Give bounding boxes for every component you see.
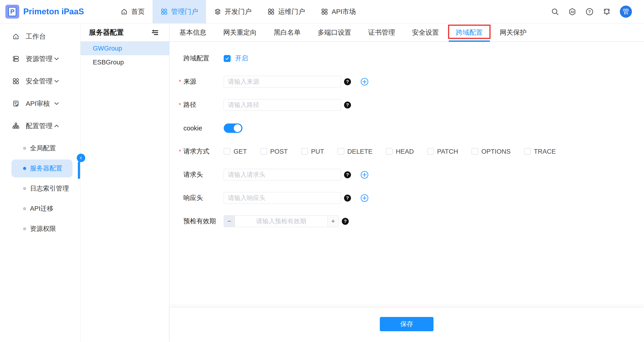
field-label-preflight: 预检有效期: [184, 217, 224, 226]
panel-collapse-icon[interactable]: [151, 29, 159, 36]
nav-item-管理门户[interactable]: 管理门户: [152, 0, 206, 23]
tab-安全设置[interactable]: 安全设置: [406, 24, 445, 42]
origin-input[interactable]: [224, 76, 341, 88]
sidebar-item-安全管理[interactable]: 安全管理: [0, 70, 80, 92]
sidebar-subitem-label: 日志索引管理: [30, 184, 69, 193]
nav-item-label: API市场: [332, 7, 356, 16]
user-avatar[interactable]: 管: [620, 6, 632, 18]
form-row-enable: 跨域配置 开启: [169, 47, 644, 70]
tab-基本信息[interactable]: 基本信息: [174, 24, 212, 42]
method-option-DELETE[interactable]: DELETE: [338, 148, 373, 155]
tab-bar: 基本信息网关重定向黑白名单多端口设置证书管理安全设置跨域配置网关保护: [169, 24, 644, 42]
server-group-list: GWGroupESBGroup: [80, 42, 169, 69]
nav-item-运维门户[interactable]: 运维门户: [260, 0, 313, 23]
sidebar-item-label: 配置管理: [26, 122, 52, 131]
tab-网关保护[interactable]: 网关保护: [494, 24, 532, 42]
help-icon[interactable]: ?: [586, 8, 594, 16]
app-logo-letter: P: [8, 7, 16, 16]
method-option-PATCH[interactable]: PATCH: [427, 148, 458, 155]
home-icon: [120, 8, 128, 15]
response-header-input[interactable]: [224, 192, 341, 204]
sidebar-item-label: 工作台: [26, 32, 46, 41]
ai-icon[interactable]: AI: [568, 8, 576, 16]
server-group-item-ESBGroup[interactable]: ESBGroup: [80, 55, 169, 69]
tab-黑白名单[interactable]: 黑白名单: [268, 24, 306, 42]
sidebar-collapse-bar[interactable]: [78, 162, 80, 179]
svg-text:?: ?: [588, 9, 591, 14]
sidebar-subitem-API迁移[interactable]: API迁移: [12, 200, 72, 218]
bell-icon: [602, 8, 611, 16]
form-row-methods: 请求方式 GETPOSTPUTDELETEHEADPATCHOPTIONSTRA…: [169, 140, 644, 163]
chevron-down-icon: [53, 78, 66, 85]
path-help-icon[interactable]: ?: [344, 102, 351, 108]
search-icon[interactable]: [551, 8, 559, 16]
enable-checkbox-label[interactable]: 开启: [235, 54, 248, 63]
checkbox-unchecked-icon[interactable]: [472, 148, 478, 155]
tab-多端口设置[interactable]: 多端口设置: [312, 24, 357, 42]
checkbox-unchecked-icon[interactable]: [524, 148, 531, 155]
request-header-input[interactable]: [224, 169, 341, 180]
sidebar-item-label: API审核: [26, 99, 50, 108]
response-header-add-button[interactable]: [360, 194, 369, 202]
tab-网关重定向[interactable]: 网关重定向: [218, 24, 262, 42]
main-content: 基本信息网关重定向黑白名单多端口设置证书管理安全设置跨域配置网关保护 跨域配置 …: [169, 24, 644, 342]
request-header-help-icon[interactable]: ?: [344, 171, 351, 178]
sidebar-subitem-label: 资源权限: [30, 224, 56, 233]
origin-add-button[interactable]: [360, 78, 369, 86]
save-button[interactable]: 保存: [380, 317, 434, 331]
top-nav: P Primeton iPaaS 首页管理门户开发门户运维门户API市场 AI?…: [0, 0, 644, 24]
preflight-help-icon[interactable]: ?: [342, 218, 349, 225]
sidebar-subitem-服务器配置[interactable]: 服务器配置: [12, 160, 72, 177]
path-input[interactable]: [224, 99, 341, 111]
bullet-dot-icon: [23, 207, 26, 210]
checkbox-unchecked-icon[interactable]: [338, 148, 344, 155]
sidebar-subitem-label: API迁移: [30, 204, 54, 213]
method-option-PUT[interactable]: PUT: [301, 148, 324, 155]
method-option-OPTIONS[interactable]: OPTIONS: [472, 148, 511, 155]
origin-help-icon[interactable]: ?: [344, 78, 351, 85]
server-group-item-GWGroup[interactable]: GWGroup: [80, 42, 169, 55]
sidebar-subitem-全局配置[interactable]: 全局配置: [12, 139, 72, 157]
method-option-GET[interactable]: GET: [224, 148, 247, 155]
top-right-icons: AI?: [551, 8, 611, 16]
method-option-label: POST: [270, 148, 288, 155]
sidebar-subitem-资源权限[interactable]: 资源权限: [12, 220, 72, 238]
sidebar-item-API审核[interactable]: API审核: [0, 92, 80, 115]
collapse-list-icon: [151, 29, 159, 36]
sidebar-subitem-label: 全局配置: [30, 144, 56, 153]
nav-item-首页[interactable]: 首页: [112, 0, 152, 23]
method-option-POST[interactable]: POST: [260, 148, 288, 155]
chevron-left-icon: [79, 156, 83, 160]
sidebar-item-工作台[interactable]: 工作台: [0, 25, 80, 48]
preflight-input[interactable]: [235, 216, 328, 227]
sidebar-item-配置管理[interactable]: 配置管理: [0, 115, 80, 137]
enable-checkbox[interactable]: [224, 55, 230, 62]
chevron-down-icon: [53, 55, 66, 62]
nav-item-开发门户[interactable]: 开发门户: [206, 0, 260, 23]
bell-icon[interactable]: [602, 8, 611, 16]
request-header-add-button[interactable]: [360, 171, 369, 179]
sidebar-collapse-handle[interactable]: [77, 154, 85, 162]
stepper-increase-button[interactable]: +: [328, 216, 338, 227]
field-label-request-header: 请求头: [184, 170, 224, 179]
field-label-methods: 请求方式: [184, 147, 224, 156]
sidebar: 工作台资源管理安全管理API审核配置管理全局配置服务器配置日志索引管理API迁移…: [0, 24, 80, 342]
field-label-cookie: cookie: [184, 124, 224, 132]
checkbox-unchecked-icon[interactable]: [260, 148, 267, 155]
sidebar-item-资源管理[interactable]: 资源管理: [0, 48, 80, 70]
nav-item-API市场[interactable]: API市场: [313, 0, 364, 23]
checkbox-unchecked-icon[interactable]: [386, 148, 392, 155]
checkbox-unchecked-icon[interactable]: [427, 148, 434, 155]
stepper-decrease-button[interactable]: −: [224, 216, 235, 227]
checkbox-unchecked-icon[interactable]: [224, 148, 230, 155]
tab-证书管理[interactable]: 证书管理: [362, 24, 401, 42]
chevron-down-icon: [53, 100, 66, 107]
method-option-TRACE[interactable]: TRACE: [524, 148, 556, 155]
checkbox-unchecked-icon[interactable]: [301, 148, 308, 155]
sidebar-subitem-日志索引管理[interactable]: 日志索引管理: [12, 180, 72, 198]
home-icon: [12, 33, 20, 40]
method-option-HEAD[interactable]: HEAD: [386, 148, 414, 155]
response-header-help-icon[interactable]: ?: [344, 194, 351, 202]
cookie-toggle[interactable]: [224, 124, 242, 133]
tab-跨域配置[interactable]: 跨域配置: [450, 24, 488, 42]
